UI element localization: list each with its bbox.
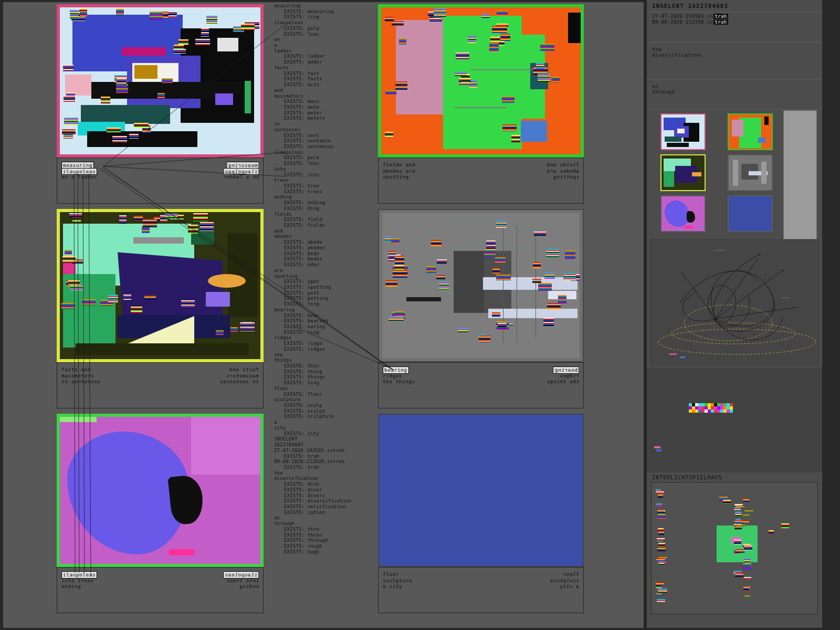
word-list-entry[interactable]: ilaupoleas (274, 20, 377, 26)
word-list-entry[interactable]: diversification (274, 476, 377, 481)
word-list-entry[interactable]: sentences (274, 127, 377, 133)
word-exists-entry[interactable]: EXISTS: earing (274, 324, 377, 330)
word-exists-entry[interactable]: EXISTS: hing (274, 380, 377, 386)
file-entry[interactable]: 27-07-2020-193503.intrah (652, 14, 728, 19)
word-list-entry[interactable]: and (274, 88, 377, 93)
image-panel-facts[interactable] (57, 209, 264, 362)
word-exists-entry[interactable]: EXISTS: floor (274, 392, 377, 397)
word-exists-entry[interactable]: EXISTS: acts (274, 82, 377, 88)
word-exists-entry[interactable]: EXISTS: mete (274, 104, 377, 110)
word-list-entry[interactable]: a (274, 419, 377, 425)
word-exists-entry[interactable]: EXISTS: meters (274, 116, 377, 121)
word-exists-entry[interactable]: EXISTS: fact (274, 71, 377, 77)
word-exists-entry[interactable]: EXISTS: abode (274, 239, 377, 245)
thumbnail-bearing[interactable] (728, 154, 773, 191)
word-exists-entry[interactable]: EXISTS: ring (274, 330, 377, 335)
word-list-entry[interactable]: ilaupoleas (274, 150, 377, 155)
word-exists-entry[interactable]: EXISTS: odes (274, 262, 377, 268)
image-panel-bearing[interactable] (378, 209, 584, 362)
word-exists-entry[interactable]: EXISTS: sculp (274, 403, 377, 408)
word-list-entry[interactable]: trees (274, 177, 377, 183)
thumbnail-facts[interactable] (660, 154, 706, 191)
thumbnail-fields[interactable] (728, 113, 773, 150)
word-exists-entry[interactable]: EXISTS: spotting (274, 285, 377, 290)
word-exists-entry[interactable]: EXISTS: city (274, 431, 377, 437)
word-list-entry[interactable]: the (274, 352, 377, 358)
word-exists-entry[interactable]: EXISTS: ding (274, 206, 377, 212)
word-list-entry[interactable]: ending (274, 194, 377, 200)
word-list-entry[interactable]: a (274, 43, 377, 48)
word-exists-entry[interactable]: EXISTS: potting (274, 296, 377, 301)
word-list-entry[interactable]: as (274, 515, 377, 521)
word-exists-entry[interactable]: EXISTS: bear (274, 313, 377, 319)
word-exists-entry[interactable]: EXISTS: diversification (274, 498, 377, 504)
word-exists-entry[interactable]: EXISTS: meter (274, 110, 377, 116)
word-list-entry[interactable]: the (274, 470, 377, 476)
word-list-entry[interactable]: bearing (274, 307, 377, 313)
word-exists-entry[interactable]: EXISTS: trah (274, 454, 377, 459)
word-exists-entry[interactable]: EXISTS: ting (274, 301, 377, 307)
word-list-entry[interactable]: abodes (274, 234, 377, 239)
word-exists-entry[interactable]: EXISTS: thin (274, 363, 377, 369)
word-exists-entry[interactable]: EXISTS: sent (274, 133, 377, 139)
thumbnail-ilaupoleas-trees[interactable] (660, 195, 706, 232)
word-list-entry[interactable]: in (274, 121, 377, 127)
word-exists-entry[interactable]: EXISTS: sculpture (274, 414, 377, 419)
word-exists-entry[interactable]: EXISTS: bearing (274, 318, 377, 324)
word-exists-entry[interactable]: EXISTS: ladder (274, 54, 377, 59)
word-exists-entry[interactable]: EXISTS: trah (274, 465, 377, 470)
word-exists-entry[interactable]: EXISTS: measuring (274, 9, 377, 15)
image-panel-fields[interactable] (378, 4, 584, 158)
word-exists-entry[interactable]: EXISTS: trees (274, 189, 377, 195)
word-exists-entry[interactable]: EXISTS: sculpt (274, 408, 377, 414)
word-list-entry[interactable]: massmeters (274, 93, 377, 99)
thumbnail-measuring[interactable] (660, 113, 706, 150)
word-list-entry[interactable]: sculpture (274, 397, 377, 403)
word-list-entry[interactable]: into (274, 166, 377, 172)
word-exists-entry[interactable]: EXISTS: ridge (274, 341, 377, 346)
word-exists-entry[interactable]: EXISTS: leas (274, 161, 377, 166)
word-exists-entry[interactable]: EXISTS: rough (274, 543, 377, 549)
word-list-entry[interactable]: 1622784603 (274, 442, 377, 448)
word-list-entry[interactable]: ladder (274, 48, 377, 54)
word-exists-entry[interactable]: EXISTS: thro (274, 527, 377, 532)
word-list-entry[interactable]: fields (274, 212, 377, 217)
word-exists-entry[interactable]: EXISTS: fields (274, 223, 377, 228)
word-exists-entry[interactable]: EXISTS: ridges (274, 346, 377, 352)
word-exists-entry[interactable]: EXISTS: leas (274, 32, 377, 37)
word-exists-entry[interactable]: EXISTS: sentence (274, 138, 377, 144)
thumbnail-floor-sculpture[interactable] (728, 195, 773, 232)
word-exists-entry[interactable]: EXISTS: things (274, 374, 377, 380)
word-exists-entry[interactable]: EXISTS: facts (274, 76, 377, 82)
word-list-entry[interactable]: on (274, 37, 377, 43)
word-exists-entry[interactable]: EXISTS: abodes (274, 245, 377, 251)
word-exists-entry[interactable]: EXISTS: ending (274, 200, 377, 206)
word-exists-entry[interactable]: EXISTS: divers (274, 493, 377, 499)
word-list-entry[interactable]: through (274, 521, 377, 527)
word-exists-entry[interactable]: EXISTS: field (274, 217, 377, 223)
word-exists-entry[interactable]: EXISTS: pole (274, 155, 377, 161)
word-list-entry[interactable]: city (274, 425, 377, 431)
word-list-entry[interactable]: measuring (274, 3, 377, 9)
word-exists-entry[interactable]: EXISTS: sentences (274, 144, 377, 150)
word-exists-entry[interactable]: EXISTS: through (274, 538, 377, 543)
word-exists-entry[interactable]: EXISTS: mass (274, 99, 377, 104)
word-exists-entry[interactable]: EXISTS: adder (274, 59, 377, 65)
word-exists-entry[interactable]: EXISTS: cation (274, 510, 377, 516)
word-exists-entry[interactable]: EXISTS: into (274, 172, 377, 178)
image-panel-measuring[interactable] (57, 4, 264, 158)
word-list-entry[interactable]: spotting (274, 274, 377, 279)
image-panel-ilaupoleas-trees[interactable] (57, 414, 264, 567)
image-panel-floor-sculpture[interactable] (378, 414, 584, 567)
word-exists-entry[interactable]: EXISTS: thing (274, 369, 377, 375)
thumbnail-scroll-track[interactable] (783, 110, 817, 239)
word-list-entry[interactable]: are (274, 268, 377, 274)
word-list-entry[interactable]: floor (274, 386, 377, 392)
word-exists-entry[interactable]: EXISTS: throu (274, 532, 377, 538)
word-exists-entry[interactable]: EXISTS: tree (274, 183, 377, 189)
word-exists-entry[interactable]: EXISTS: ough (274, 549, 377, 555)
word-exists-entry[interactable]: EXISTS: spot (274, 279, 377, 285)
word-exists-entry[interactable]: EXISTS: pole (274, 26, 377, 32)
word-list-entry[interactable]: and (274, 228, 377, 234)
word-exists-entry[interactable]: EXISTS: diver (274, 487, 377, 493)
